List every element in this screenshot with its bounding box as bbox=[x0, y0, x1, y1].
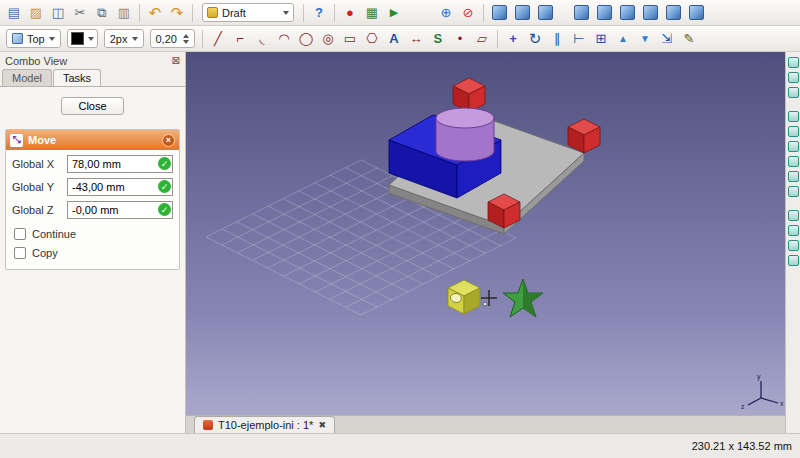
view-axonometric-icon[interactable] bbox=[538, 5, 553, 20]
view-bottom-icon[interactable] bbox=[666, 5, 681, 20]
zoom-out-icon[interactable] bbox=[788, 225, 799, 236]
clipping-plane-icon[interactable] bbox=[788, 240, 799, 251]
document-tab[interactable]: T10-ejemplo-ini : 1* ✖ bbox=[194, 416, 335, 433]
line-width-selector[interactable]: 2px bbox=[104, 29, 144, 48]
draft-ellipse-icon[interactable]: ◎ bbox=[318, 29, 338, 49]
view-top-icon[interactable] bbox=[597, 5, 612, 20]
copy-icon[interactable]: ⧉ bbox=[92, 3, 112, 23]
view-top-icon[interactable] bbox=[788, 126, 799, 137]
view-right-icon[interactable] bbox=[788, 141, 799, 152]
draft-move-icon[interactable]: + bbox=[503, 29, 523, 49]
view-front-icon[interactable] bbox=[574, 5, 589, 20]
green-star[interactable] bbox=[503, 279, 543, 317]
copy-checkbox[interactable] bbox=[14, 247, 26, 259]
draft-upgrade-icon[interactable]: ▲ bbox=[613, 29, 633, 49]
view-rear-icon[interactable] bbox=[643, 5, 658, 20]
toolbar-separator bbox=[303, 4, 304, 22]
draft-workbench-icon bbox=[207, 7, 218, 18]
view-left-icon[interactable] bbox=[689, 5, 704, 20]
spin-up-icon[interactable] bbox=[183, 34, 189, 38]
macro-edit-icon[interactable]: ▦ bbox=[362, 3, 382, 23]
tab-tasks[interactable]: Tasks bbox=[53, 69, 101, 86]
draft-dimension-icon[interactable]: ↔ bbox=[406, 29, 426, 49]
redo-icon[interactable]: ↷ bbox=[167, 3, 187, 23]
cut-icon[interactable]: ✂ bbox=[70, 3, 90, 23]
scale-spinbox[interactable]: 0,20 bbox=[150, 29, 195, 48]
global-x-label: Global X bbox=[12, 158, 62, 170]
macro-play-icon[interactable]: ▶ bbox=[384, 3, 404, 23]
undock-panel-icon[interactable]: ⊠ bbox=[172, 55, 180, 66]
tab-model[interactable]: Model bbox=[2, 69, 52, 86]
draft-line-icon[interactable]: ╱ bbox=[208, 29, 228, 49]
draw-style-icon[interactable]: ⊘ bbox=[458, 3, 478, 23]
view-rear-icon[interactable] bbox=[788, 156, 799, 167]
document-tab-label: T10-ejemplo-ini : 1* bbox=[218, 419, 313, 431]
view-left-icon[interactable] bbox=[788, 186, 799, 197]
move-task-header[interactable]: ⤡ Move × bbox=[6, 130, 179, 150]
draft-circle-icon[interactable]: ◯ bbox=[296, 29, 316, 49]
draft-scale-icon[interactable]: ⇲ bbox=[657, 29, 677, 49]
3d-view[interactable]: y x z bbox=[186, 52, 785, 415]
view-home-icon[interactable] bbox=[515, 5, 530, 20]
nav-cube-icon[interactable] bbox=[788, 57, 799, 68]
yellow-cube[interactable] bbox=[448, 280, 480, 314]
draft-polygon-icon[interactable]: ⎔ bbox=[362, 29, 382, 49]
spin-down-icon[interactable] bbox=[183, 40, 189, 44]
draft-rotate-icon[interactable]: ↻ bbox=[525, 29, 545, 49]
toolbar-separator bbox=[497, 30, 498, 48]
task-close-button[interactable]: Close bbox=[61, 97, 123, 115]
macro-record-icon[interactable]: ● bbox=[340, 3, 360, 23]
red-cube-top[interactable] bbox=[453, 78, 485, 112]
draft-edit-icon[interactable]: ✎ bbox=[679, 29, 699, 49]
close-icon[interactable]: × bbox=[162, 134, 175, 147]
view-isometric-icon[interactable] bbox=[788, 87, 799, 98]
draft-trim-icon[interactable]: ⊢ bbox=[569, 29, 589, 49]
workbench-selector-value: Draft bbox=[222, 7, 279, 19]
zoom-fit-icon[interactable]: ⊕ bbox=[436, 3, 456, 23]
draft-offset-icon[interactable]: ∥ bbox=[547, 29, 567, 49]
close-icon[interactable]: ✖ bbox=[318, 420, 326, 430]
combo-view-panel: Combo View ⊠ Model Tasks Close ⤡ Move × … bbox=[0, 52, 186, 433]
status-bar: 230.21 x 143.52 mm bbox=[0, 433, 800, 458]
view-bottom-icon[interactable] bbox=[788, 171, 799, 182]
view-right-icon[interactable] bbox=[620, 5, 635, 20]
chevron-down-icon bbox=[283, 11, 289, 15]
workbench-selector[interactable]: Draft bbox=[202, 3, 294, 22]
save-document-icon[interactable]: ◫ bbox=[48, 3, 68, 23]
toolbar-separator bbox=[483, 4, 484, 22]
purple-cylinder[interactable] bbox=[436, 108, 494, 161]
view-front-icon[interactable] bbox=[788, 111, 799, 122]
view-isometric-icon[interactable] bbox=[492, 5, 507, 20]
valid-check-icon: ✓ bbox=[158, 203, 171, 216]
zoom-in-icon[interactable] bbox=[788, 210, 799, 221]
red-cube-right[interactable] bbox=[568, 119, 600, 153]
whats-this-icon[interactable]: ? bbox=[309, 3, 329, 23]
view-fit-all-icon[interactable] bbox=[788, 72, 799, 83]
draft-downgrade-icon[interactable]: ▼ bbox=[635, 29, 655, 49]
paste-icon[interactable]: ▥ bbox=[114, 3, 134, 23]
draft-polyline-icon[interactable]: ⌐ bbox=[230, 29, 250, 49]
move-task-title: Move bbox=[28, 134, 157, 146]
working-plane-button[interactable]: Top bbox=[6, 29, 61, 48]
document-tab-bar: T10-ejemplo-ini : 1* ✖ bbox=[186, 415, 785, 433]
new-document-icon[interactable]: ▤ bbox=[4, 3, 24, 23]
line-color-button[interactable] bbox=[67, 29, 98, 48]
measure-distance-icon[interactable] bbox=[788, 255, 799, 266]
working-plane-label: Top bbox=[27, 33, 45, 45]
plane-top-icon bbox=[12, 33, 23, 44]
toolbar-separator bbox=[202, 30, 203, 48]
draft-bspline-icon[interactable]: S bbox=[428, 29, 448, 49]
draft-point-icon[interactable]: • bbox=[450, 29, 470, 49]
draft-text-icon[interactable]: A bbox=[384, 29, 404, 49]
main-toolbar: ▤ ▨ ◫ ✂ ⧉ ▥ ↶ ↷ Draft ? ● ▦ ▶ ⊕ ⊘ bbox=[0, 0, 800, 26]
continue-checkbox[interactable] bbox=[14, 228, 26, 240]
undo-icon[interactable]: ↶ bbox=[145, 3, 165, 23]
draft-arc-icon[interactable]: ◠ bbox=[274, 29, 294, 49]
open-document-icon[interactable]: ▨ bbox=[26, 3, 46, 23]
move-task-panel: ⤡ Move × Global X ✓ Global Y ✓ bbox=[5, 129, 180, 270]
draft-rectangle-icon[interactable]: ▭ bbox=[340, 29, 360, 49]
draft-array-icon[interactable]: ⊞ bbox=[591, 29, 611, 49]
draft-fillet-icon[interactable]: ◟ bbox=[252, 29, 272, 49]
toolbar-separator bbox=[139, 4, 140, 22]
draft-facebinder-icon[interactable]: ▱ bbox=[472, 29, 492, 49]
